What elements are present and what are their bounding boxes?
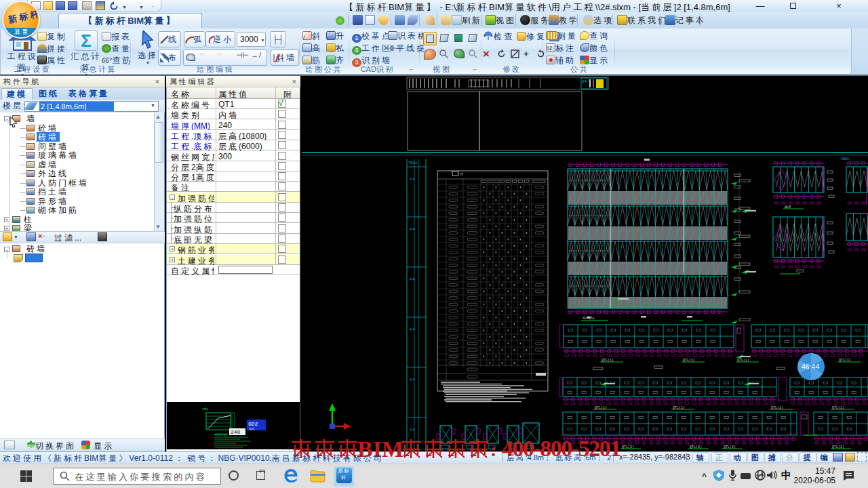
svg-text:QTL(2): QTL(2) [724,445,736,449]
svg-text:#######: ####### [214,432,228,436]
svg-text:QTL(1): QTL(1) [601,359,614,363]
svg-text:4 4: 4 4 [410,378,415,382]
svg-text:x#y: x#y [202,407,208,411]
svg-text:240: 240 [231,429,241,435]
svg-text:UD1: UD1 [249,428,255,432]
svg-text:4LM(A): 4LM(A) [583,317,595,321]
svg-text:QTL(1): QTL(1) [683,359,695,363]
svg-text:4 4: 4 4 [410,277,415,281]
svg-text:4 4: 4 4 [410,227,415,231]
svg-text:CN01!: CN01! [841,157,851,161]
svg-text:QTL(1): QTL(1) [771,406,783,410]
svg-text:46:44: 46:44 [802,363,819,371]
svg-text:QTL(1): QTL(1) [832,406,844,410]
svg-text:QTL(1): QTL(1) [839,359,851,363]
svg-text:WLM: WLM [785,205,791,209]
svg-text:QTL(1): QTL(1) [737,359,749,363]
svg-text::: : [490,439,496,460]
svg-text:QTL(2): QTL(2) [832,445,844,449]
svg-text:H: H [460,172,463,176]
svg-text:QTL(1): QTL(1) [673,406,685,410]
svg-text:T011: T011 [408,161,418,165]
svg-text:QTL(1): QTL(1) [595,406,607,410]
svg-text:4 4: 4 4 [410,428,415,432]
svg-text:QTL(2): QTL(2) [690,445,702,449]
svg-text:GD2: GD2 [248,421,258,427]
svg-text:4 4: 4 4 [410,327,415,331]
svg-text:4 4: 4 4 [410,177,415,181]
